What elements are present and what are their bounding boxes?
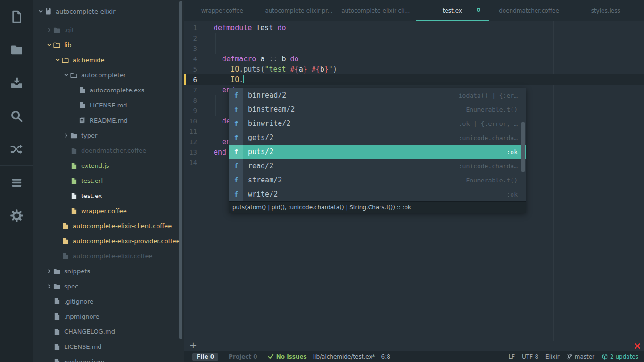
- code-line: 4 defmacro a :: b do: [184, 54, 644, 64]
- tree-item-file[interactable]: test.erl: [33, 173, 184, 188]
- tree-item-label: .gitignore: [64, 298, 93, 305]
- autocomplete-item[interactable]: fgets/2:unicode.charda…: [229, 131, 526, 145]
- tree-item-folder[interactable]: .git: [33, 22, 184, 37]
- autocomplete-scrollbar[interactable]: [521, 122, 525, 172]
- status-bar: File 0 Project 0 No Issues lib/alchemide…: [184, 351, 644, 362]
- tree-item-file[interactable]: wrapper.coffee: [33, 203, 184, 218]
- tree-item-folder[interactable]: autocompleter: [33, 67, 184, 82]
- function-kind-icon: f: [229, 131, 243, 145]
- tab-autocomplete-elixir-cli...[interactable]: autocomplete-elixir-cli...: [337, 0, 414, 21]
- tree-item-file[interactable]: autocomplete.exs: [33, 82, 184, 98]
- suggestion-return-type: Enumerable.t(): [466, 106, 526, 113]
- tree-item-folder[interactable]: typer: [33, 128, 184, 143]
- tree-item-folder[interactable]: snippets: [33, 263, 184, 279]
- suggestion-name: gets/2: [243, 133, 273, 142]
- code-line: 5 IO.puts("test #{a} #{b}"): [184, 64, 644, 74]
- file-icon[interactable]: [0, 0, 33, 33]
- tree-item-label: .npmignore: [64, 313, 99, 320]
- tree-item-folder[interactable]: autocomplete-elixir: [33, 4, 184, 19]
- tree-item-label: snippets: [64, 268, 90, 275]
- package-updates[interactable]: 2 updates: [602, 354, 638, 360]
- file-icon: [70, 192, 78, 199]
- tree-item-label: LICENSE.md: [64, 343, 102, 350]
- gear-icon[interactable]: [0, 199, 33, 232]
- line-number: 6: [184, 74, 197, 85]
- line-ending-indicator[interactable]: LF: [508, 354, 515, 360]
- tree-item-file[interactable]: doendmatcher.coffee: [33, 143, 184, 158]
- git-branch-indicator[interactable]: master: [567, 354, 594, 360]
- tree-item-file[interactable]: README.md: [33, 113, 184, 128]
- code-text: end: [214, 147, 226, 157]
- text-cursor: [243, 75, 244, 83]
- folder-icon: [53, 267, 61, 275]
- autocomplete-item[interactable]: fbinstream/2Enumerable.t(): [229, 102, 526, 116]
- encoding-indicator[interactable]: UTF-8: [522, 354, 538, 360]
- close-icon[interactable]: [634, 342, 641, 349]
- shuffle-icon[interactable]: [0, 132, 33, 165]
- linter-file-tab[interactable]: File 0: [192, 353, 218, 361]
- folder-icon[interactable]: [0, 33, 33, 66]
- autocomplete-item[interactable]: fbinread/2iodata() | {:er…: [229, 88, 526, 102]
- tree-item-label: autocomplete.exs: [90, 87, 144, 94]
- issues-status[interactable]: No Issues: [268, 354, 307, 360]
- gutter-marker: [184, 74, 186, 85]
- chevron-right-icon: [62, 133, 70, 138]
- code-line: 6 IO.: [184, 74, 644, 85]
- tree-item-file[interactable]: package.json: [33, 354, 184, 362]
- autocomplete-signature: puts(atom() | pid(), :unicode.chardata()…: [229, 201, 526, 213]
- autocomplete-item[interactable]: fputs/2:ok: [229, 145, 526, 159]
- file-tree-panel[interactable]: autocomplete-elixir.gitlibalchemideautoc…: [33, 0, 184, 362]
- folder-open-icon: [70, 71, 78, 79]
- tab-styles.less[interactable]: styles.less: [567, 0, 644, 21]
- tree-item-file[interactable]: autocomplete-elixir-provider.coffee: [33, 233, 184, 248]
- search-icon[interactable]: [0, 99, 33, 132]
- tab-label: autocomplete-elixir-cli...: [341, 8, 410, 14]
- file-icon: [62, 222, 69, 230]
- language-indicator[interactable]: Elixir: [545, 354, 560, 360]
- suggestion-name: binwrite/2: [243, 119, 290, 128]
- tree-item-file[interactable]: CHANGELOG.md: [33, 324, 184, 339]
- tree-item-file[interactable]: LICENSE.md: [33, 339, 184, 354]
- autocomplete-item[interactable]: fstream/2Enumerable.t(): [229, 173, 526, 187]
- chevron-down-icon: [62, 73, 70, 78]
- tree-item-file[interactable]: autocomplete-elixir.coffee: [33, 248, 184, 263]
- chevron-right-icon: [45, 269, 53, 274]
- tree-item-label: autocomplete-elixir-provider.coffee: [73, 238, 180, 245]
- function-kind-icon: f: [229, 159, 243, 173]
- autocomplete-item[interactable]: fbinwrite/2:ok | {:error, …: [229, 116, 526, 131]
- tree-item-file[interactable]: .gitignore: [33, 294, 184, 309]
- download-icon[interactable]: [0, 66, 33, 99]
- new-tab-button[interactable]: +: [190, 340, 197, 350]
- tree-item-file[interactable]: test.ex: [33, 188, 184, 203]
- cursor-position[interactable]: 6:8: [381, 354, 390, 360]
- tab-test.ex[interactable]: test.ex: [414, 0, 491, 21]
- tree-item-file[interactable]: extend.js: [33, 158, 184, 173]
- linter-project-tab[interactable]: Project 0: [224, 353, 262, 361]
- code-line: 1defmodule Test do: [184, 23, 644, 33]
- tab-autocomplete-elixir-pr...[interactable]: autocomplete-elixir-pr...: [261, 0, 338, 21]
- file-icon: [70, 177, 78, 184]
- file-icon: [79, 101, 86, 109]
- menu-icon[interactable]: [0, 166, 33, 199]
- folder-icon: [53, 282, 61, 290]
- tree-item-folder[interactable]: lib: [33, 37, 184, 52]
- repo-icon: [45, 8, 52, 15]
- tree-item-folder[interactable]: spec: [33, 279, 184, 294]
- tree-item-file[interactable]: .npmignore: [33, 309, 184, 324]
- chevron-down-icon: [53, 58, 62, 63]
- tree-item-folder[interactable]: alchemide: [33, 52, 184, 67]
- line-number: 13: [184, 147, 197, 157]
- line-number: 5: [184, 64, 197, 74]
- line-number: 8: [184, 95, 197, 106]
- autocomplete-item[interactable]: fread/2:unicode.charda…: [229, 159, 526, 173]
- tree-item-file[interactable]: autocomplete-elixir-client.coffee: [33, 218, 184, 233]
- line-number: 12: [184, 137, 197, 147]
- folder-icon: [53, 26, 61, 33]
- tree-scrollbar[interactable]: [179, 1, 182, 339]
- modified-indicator-icon[interactable]: [477, 8, 480, 12]
- tree-item-file[interactable]: LICENSE.md: [33, 98, 184, 113]
- tab-doendmatcher.coffee[interactable]: doendmatcher.coffee: [491, 0, 568, 21]
- file-icon: [53, 343, 61, 350]
- autocomplete-item[interactable]: fwrite/2:ok: [229, 187, 526, 201]
- tab-wrapper.coffee[interactable]: wrapper.coffee: [184, 0, 261, 21]
